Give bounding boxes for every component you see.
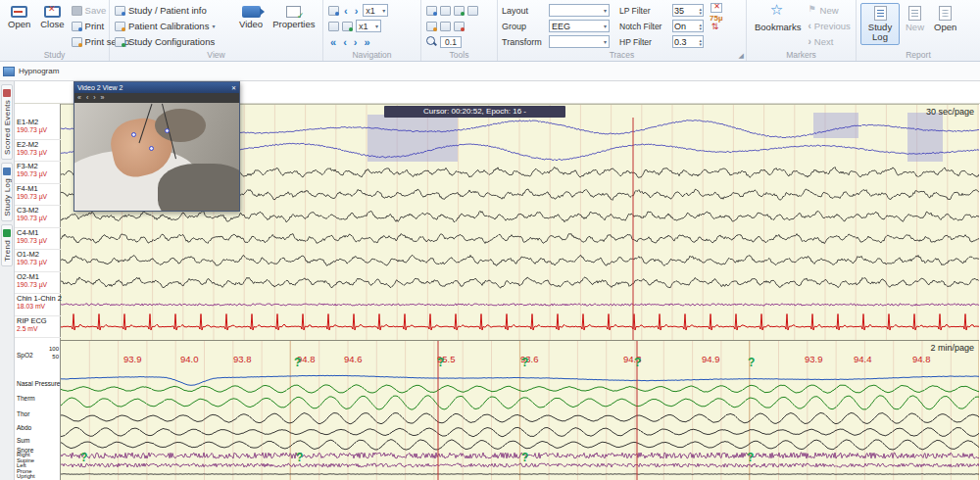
layout-dropdown[interactable]: ▾ (549, 4, 610, 17)
chevron-down-icon: ▾ (604, 7, 607, 14)
channel-label-sum[interactable]: Sum (17, 437, 29, 444)
group-dropdown[interactable]: EEG▾ (549, 20, 610, 32)
video-title-bar[interactable]: Video 2 View 2 (74, 82, 239, 93)
transform-label: Transform (502, 37, 547, 47)
event-question-marker[interactable]: ? (80, 451, 87, 464)
tools-caliper-icon[interactable] (440, 22, 451, 31)
channel-label-rip-ecg[interactable]: RIP ECG2.5 mV (17, 317, 61, 333)
bookmarks-button[interactable]: Bookmarks (751, 3, 806, 35)
tools-sync-icon[interactable] (454, 6, 465, 16)
channel-label-e2-m2[interactable]: E2-M2190.73 µV (17, 141, 61, 157)
play-icon[interactable] (93, 93, 95, 103)
channel-label-therm[interactable]: Therm (17, 395, 35, 402)
event-question-marker[interactable]: ? (747, 451, 754, 464)
nav-scale-icon[interactable] (342, 22, 353, 31)
event-question-marker[interactable]: ? (521, 356, 528, 369)
spinner-icons[interactable]: ▴▾ (699, 38, 702, 46)
open-study-button[interactable]: Open (4, 3, 34, 32)
last-page-button[interactable]: » (362, 36, 371, 48)
spinner-icons[interactable]: ▴▾ (699, 23, 702, 30)
video-playback-controls[interactable] (74, 93, 239, 103)
channel-label-c3-m2[interactable]: C3-M2190.73 µV (17, 207, 61, 222)
notch-filter-input[interactable]: On▴▾ (672, 20, 704, 32)
previous-page-button[interactable]: ‹ (341, 36, 349, 48)
channel-sensitivity: 190.73 µV (17, 193, 61, 200)
transform-dropdown[interactable]: ▾ (549, 35, 610, 48)
event-question-marker[interactable]: ? (634, 356, 641, 369)
tools-crosshair-icon[interactable] (454, 22, 465, 31)
chevron-down-icon: ▾ (212, 23, 215, 29)
event-question-marker[interactable]: ? (521, 451, 528, 464)
respiratory-trace-panel[interactable]: 2 min/page 93.994.093.894.894.695.593.69… (61, 340, 979, 480)
tab-scored-events[interactable]: Scored Events (1, 84, 13, 160)
video-feed (74, 103, 239, 211)
tools-ruler-icon[interactable] (426, 22, 437, 31)
tab-study-log[interactable]: Study Log (1, 163, 13, 221)
nav-next-event-icon[interactable]: › (353, 5, 361, 17)
spo2-value: 94.6 (344, 354, 363, 364)
spo2-value: 94.0 (180, 354, 199, 364)
channel-label-o2-m1[interactable]: O2-M1190.73 µV (17, 273, 61, 289)
group-label-navigation: Navigation (323, 50, 420, 60)
channel-label-f4-m1[interactable]: F4-M1190.73 µV (17, 185, 61, 201)
nav-amplitude-icon[interactable] (328, 22, 339, 31)
close-study-button[interactable]: Close (36, 3, 68, 32)
nav-prev-event-icon[interactable]: ‹ (342, 5, 350, 17)
tab-trend[interactable]: Trend (1, 224, 13, 266)
amplitude-zoom-dropdown[interactable]: x1 ▾ (356, 20, 381, 32)
channel-label-o1-m2[interactable]: O1-M2190.73 µV (17, 251, 61, 266)
chevron-down-icon: ▾ (375, 23, 378, 29)
zoom-scale-input[interactable]: 0.1 (440, 36, 462, 48)
channel-label-spo2[interactable]: SpO2 (17, 352, 33, 359)
event-question-marker[interactable]: ? (296, 451, 303, 464)
print-setup-icon (72, 37, 82, 47)
next-page-button[interactable]: › (352, 36, 360, 48)
zoom-icon[interactable] (426, 36, 437, 47)
event-question-marker[interactable]: ? (437, 356, 444, 369)
page-zoom-dropdown[interactable]: x1 ▾ (363, 4, 388, 17)
hp-filter-input[interactable]: 0.3▴▾ (672, 35, 704, 48)
study-log-button[interactable]: Study Log (860, 3, 900, 45)
channel-label-nasal-pressure[interactable]: Nasal Pressure (17, 380, 60, 387)
event-question-marker[interactable]: ? (294, 356, 301, 369)
skip-back-icon[interactable] (77, 93, 81, 103)
channel-label-c4-m1[interactable]: C4-M1190.73 µV (17, 229, 61, 245)
video-toggle-button[interactable]: Video (235, 3, 267, 32)
previous-marker-button[interactable]: ‹ Previous (808, 19, 852, 33)
next-marker-button[interactable]: › Next (808, 34, 852, 49)
channel-label-e1-m2[interactable]: E1-M2190.73 µV (17, 119, 61, 134)
study-configurations-button[interactable]: Study Configurations (114, 34, 233, 49)
step-back-icon[interactable] (86, 93, 88, 103)
channel-sensitivity: 190.73 µV (17, 215, 61, 221)
nav-epoch-icon[interactable] (328, 6, 339, 16)
ribbon-group-markers: Bookmarks New ‹ Previous › Next (747, 0, 857, 61)
properties-button[interactable]: Properties (269, 3, 318, 32)
first-page-button[interactable]: « (328, 36, 338, 48)
tools-split-icon[interactable] (440, 6, 451, 16)
video-close-icon[interactable] (231, 82, 236, 94)
channel-label-chin-1-chin-2[interactable]: Chin 1-Chin 218.03 mV (17, 295, 61, 311)
new-marker-button[interactable]: New (808, 3, 852, 18)
channel-label-f3-m2[interactable]: F3-M2190.73 µV (17, 163, 61, 178)
ribbon-group-tools: 0.1 Tools (421, 0, 498, 61)
ribbon-group-study: Open Close Save Print (0, 0, 110, 61)
tools-grid-icon[interactable] (426, 6, 437, 16)
new-report-button[interactable]: New (902, 3, 928, 35)
spinner-icons[interactable]: ▴▾ (699, 7, 702, 15)
open-report-button[interactable]: Open (930, 3, 960, 35)
clear-trace-icon[interactable] (710, 3, 722, 13)
event-question-marker[interactable]: ? (748, 356, 755, 369)
lp-filter-input[interactable]: 35▴▾ (672, 4, 704, 17)
channel-label-thor[interactable]: Thor (17, 410, 29, 417)
patient-calibrations-button[interactable]: Patient Calibrations ▾ (114, 19, 233, 33)
chevron-right-icon: › (808, 36, 811, 47)
channel-label-abdo[interactable]: Abdo (17, 424, 31, 431)
video-window[interactable]: Video 2 View 2 (74, 81, 240, 212)
tools-marker-icon[interactable] (467, 6, 478, 16)
invert-trace-icon[interactable] (711, 24, 721, 33)
skip-forward-icon[interactable] (101, 93, 105, 103)
hypnogram-panel-header[interactable]: Hypnogram (0, 62, 980, 81)
channel-sensitivity: 190.73 µV (17, 126, 61, 133)
patient-info-button[interactable]: Study / Patient info (114, 3, 233, 18)
channel-sensitivity: 190.73 µV (17, 281, 61, 288)
